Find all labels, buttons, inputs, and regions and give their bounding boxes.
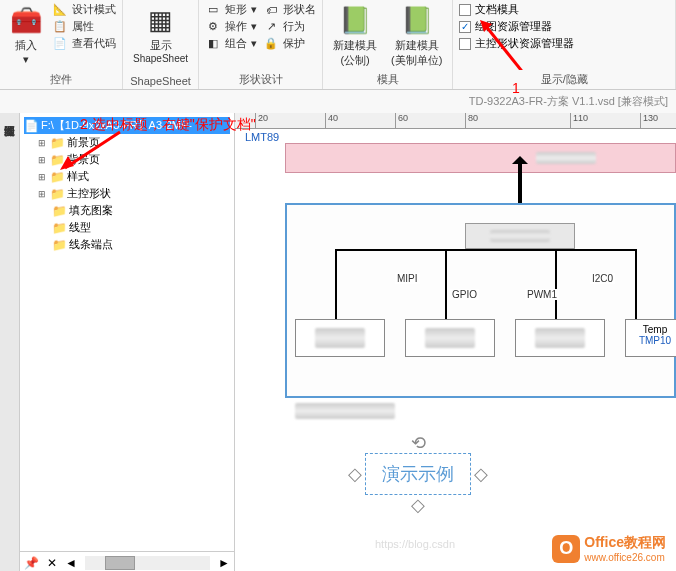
connector: [445, 249, 447, 319]
connector: [555, 249, 557, 319]
annotation-1: 1: [512, 80, 520, 96]
handle-icon[interactable]: ◇: [348, 467, 362, 481]
scroll-left-icon[interactable]: ◄: [65, 556, 77, 570]
tree-item-line-patterns[interactable]: 📁 线型: [24, 219, 230, 236]
ribbon-group-shape-design: ▭ 矩形▾ ⚙ 操作▾ ◧ 组合▾ 🏷 形状名 ↗: [199, 0, 323, 89]
rectangle-icon: ▭: [205, 3, 221, 17]
protect-button[interactable]: 🔒 保护: [263, 36, 316, 51]
pin-icon[interactable]: 📌: [24, 556, 39, 570]
connector: [335, 249, 525, 251]
tree-item-styles[interactable]: ⊞ 📁 样式: [24, 168, 230, 185]
tree-item-masters[interactable]: ⊞ 📁 主控形状: [24, 185, 230, 202]
scrollbar-thumb[interactable]: [105, 556, 135, 570]
gear-icon: ⚙: [205, 20, 221, 34]
sub-node-1[interactable]: [295, 319, 385, 357]
scroll-right-icon[interactable]: ►: [218, 556, 230, 570]
main-node[interactable]: [465, 223, 575, 249]
sub-node-temp[interactable]: Temp TMP10: [625, 319, 676, 357]
annotation-arrow-1: [480, 20, 530, 70]
filename-text: TD-9322A3-FR-方案 V1.1.vsd [兼容模式]: [469, 95, 668, 107]
svg-line-2: [65, 132, 120, 168]
csdn-watermark: https://blog.csdn: [375, 538, 455, 550]
properties-icon: 📋: [52, 20, 68, 34]
sub-node-3[interactable]: [515, 319, 605, 357]
tree-item-line-ends[interactable]: 📁 线条端点: [24, 236, 230, 253]
grid-icon: ▦: [145, 4, 177, 36]
tag-icon: 🏷: [263, 3, 279, 17]
display-shapesheet-button[interactable]: ▦ 显示 ShapeSheet: [129, 2, 192, 73]
connector: [335, 249, 337, 319]
site-watermark: O Office教程网 www.office26.com: [552, 534, 666, 563]
stencil-icon: 📗: [339, 4, 371, 36]
rotate-handle-icon[interactable]: ⟲: [411, 436, 425, 450]
handle-icon[interactable]: ◇: [474, 467, 488, 481]
tree-footer: 📌 ✕ ◄ ►: [20, 551, 234, 571]
horizontal-ruler: 20 40 60 80 110 130: [235, 113, 676, 129]
insert-button[interactable]: 🧰 插入 ▾: [6, 2, 46, 70]
ruler-icon: 📐: [52, 3, 68, 17]
annotation-arrow-2: [60, 130, 130, 170]
svg-line-0: [485, 25, 525, 70]
lock-icon: 🔒: [263, 37, 279, 51]
folder-icon: 📁: [52, 238, 67, 252]
svg-marker-3: [60, 156, 74, 170]
folder-icon: 📁: [52, 221, 67, 235]
tree-item-fill-patterns[interactable]: 📁 填充图案: [24, 202, 230, 219]
combine-icon: ◧: [205, 37, 221, 51]
design-mode-button[interactable]: 📐 设计模式: [52, 2, 116, 17]
ribbon: 🧰 插入 ▾ 📐 设计模式 📋 属性 📄 查看代码 控件: [0, 0, 676, 90]
insert-label: 插入: [15, 38, 37, 53]
new-stencil-metric-button[interactable]: 📗 新建模具 (公制): [329, 2, 381, 70]
new-stencil-us-button[interactable]: 📗 新建模具 (美制单位): [387, 2, 446, 70]
folder-icon: 📁: [52, 204, 67, 218]
combine-button[interactable]: ◧ 组合▾: [205, 36, 257, 51]
demo-text-box[interactable]: 演示示例 ⟲ ◇ ◇ ◇: [365, 453, 471, 495]
folder-icon: 📁: [50, 187, 65, 201]
sub-node-2[interactable]: [405, 319, 495, 357]
close-icon[interactable]: ✕: [47, 556, 57, 570]
rectangle-button[interactable]: ▭ 矩形▾: [205, 2, 257, 17]
horizontal-scrollbar[interactable]: [85, 556, 210, 570]
drawing-canvas[interactable]: 20 40 60 80 110 130 LMT89 MIPI GPIO PWM1…: [235, 113, 676, 571]
mipi-label: MIPI: [395, 273, 420, 284]
properties-button[interactable]: 📋 属性: [52, 19, 116, 34]
gpio-label: GPIO: [450, 289, 479, 300]
expand-icon[interactable]: ⊞: [38, 155, 48, 165]
code-icon: 📄: [52, 37, 68, 51]
watermark-logo-icon: O: [552, 535, 580, 563]
behavior-icon: ↗: [263, 20, 279, 34]
behavior-button[interactable]: ↗ 行为: [263, 19, 316, 34]
expand-icon[interactable]: ⊞: [38, 172, 48, 182]
main-area: 绘图资源管理器 📄 F:\【1D-9x2xA3-FR】A3-2MP- ⊞ 📁 前…: [0, 113, 676, 571]
group-label-controls: 控件: [6, 70, 116, 87]
manipulate-button[interactable]: ⚙ 操作▾: [205, 19, 257, 34]
pwm-label: PWM1: [525, 289, 559, 300]
doc-stencil-checkbox[interactable]: 文档模具: [459, 2, 574, 17]
filename-bar: TD-9322A3-FR-方案 V1.1.vsd [兼容模式]: [0, 90, 676, 113]
expand-icon[interactable]: ⊞: [38, 189, 48, 199]
ribbon-group-shapesheet: ▦ 显示 ShapeSheet ShapeSheet: [123, 0, 199, 89]
ribbon-group-controls: 🧰 插入 ▾ 📐 设计模式 📋 属性 📄 查看代码 控件: [0, 0, 123, 89]
document-icon: 📄: [24, 119, 39, 133]
tree-panel: 📄 F:\【1D-9x2xA3-FR】A3-2MP- ⊞ 📁 前景页 ⊞ 📁 背…: [20, 113, 235, 571]
pink-band: [285, 143, 676, 173]
connector: [635, 249, 637, 319]
connector: [520, 249, 635, 251]
ribbon-group-stencil: 📗 新建模具 (公制) 📗 新建模具 (美制单位) 模具: [323, 0, 453, 89]
dropdown-icon: ▾: [23, 53, 29, 66]
i2c-label: I2C0: [590, 273, 615, 284]
stencil-icon: 📗: [401, 4, 433, 36]
folder-icon: 📁: [50, 170, 65, 184]
insert-icon: 🧰: [10, 4, 42, 36]
side-panel-title[interactable]: 绘图资源管理器: [0, 113, 20, 571]
expand-icon[interactable]: ⊞: [38, 138, 48, 148]
handle-icon[interactable]: ◇: [411, 498, 425, 512]
shape-name-button[interactable]: 🏷 形状名: [263, 2, 316, 17]
view-code-button[interactable]: 📄 查看代码: [52, 36, 116, 51]
